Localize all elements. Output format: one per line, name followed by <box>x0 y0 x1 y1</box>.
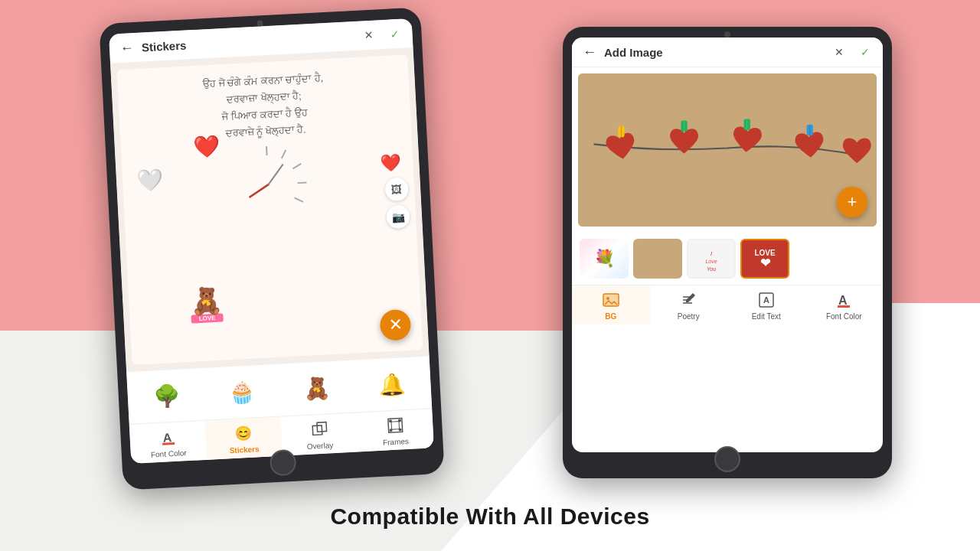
toolbar-bg[interactable]: BG <box>572 285 650 324</box>
svg-text:❤: ❤ <box>760 256 771 269</box>
svg-line-6 <box>267 165 283 184</box>
tool-icons-overlay: 🖼 📷 <box>384 178 410 229</box>
svg-line-1 <box>281 150 286 158</box>
left-close-button[interactable]: ✕ <box>360 26 377 44</box>
left-header-title: Stickers <box>142 38 187 54</box>
canvas-heart-sticker: ❤️ <box>193 133 221 160</box>
left-canvas-area: ਉਹ ਜੋ ਚੰਗੇ ਕੰਮ ਕਰਨਾ ਚਾਹੁੰਦਾ ਹੈ, ਦਰਵਾਜ਼ਾ … <box>110 48 429 371</box>
camera-tool-icon[interactable]: 📷 <box>386 205 410 230</box>
svg-text:A: A <box>162 431 172 445</box>
svg-rect-42 <box>838 305 850 308</box>
right-check-button[interactable]: ✓ <box>857 44 874 60</box>
edit-text-icon: A <box>756 290 776 310</box>
left-header-left: ← Stickers <box>118 36 186 57</box>
clock-decoration <box>220 136 317 233</box>
stickers-icon: 😊 <box>233 423 253 444</box>
svg-line-0 <box>266 146 267 155</box>
right-close-button[interactable]: ✕ <box>831 44 848 60</box>
font-color-icon: A <box>158 427 178 448</box>
thumb-text-item[interactable]: I Love You <box>687 239 736 279</box>
svg-line-3 <box>298 182 307 183</box>
svg-point-35 <box>606 297 609 300</box>
svg-rect-12 <box>391 422 400 430</box>
thumb-brown[interactable] <box>633 239 682 279</box>
svg-text:A: A <box>838 294 848 307</box>
canvas-heart-outline: 🤍 <box>136 167 164 194</box>
thumb-love-item[interactable]: LOVE ❤ <box>740 239 789 279</box>
left-canvas: ਉਹ ਜੋ ਚੰਗੇ ਕੰਮ ਕਰਨਾ ਚਾਹੁੰਦਾ ਹੈ, ਦਰਵਾਜ਼ਾ … <box>116 54 423 364</box>
thumb-flowers[interactable]: 💐 <box>580 239 629 279</box>
left-header-icons: ✕ ✓ <box>360 25 403 44</box>
sticker-cupcake[interactable]: 🧁 <box>220 371 263 413</box>
thumbnail-strip: 💐 I Love You <box>572 233 883 285</box>
svg-line-4 <box>295 197 303 203</box>
right-font-color-label: Font Color <box>826 312 862 321</box>
svg-text:You: You <box>707 266 716 272</box>
toolbar-stickers[interactable]: 😊 Stickers <box>205 417 283 460</box>
frames-label: Frames <box>383 437 409 447</box>
image-tool-icon[interactable]: 🖼 <box>384 178 409 202</box>
right-image-area: + <box>578 73 877 227</box>
sticker-bell[interactable]: 🔔 <box>371 364 413 406</box>
sticker-bear[interactable]: 🧸 <box>296 367 338 409</box>
right-header-left: ← Add Image <box>581 44 663 60</box>
frames-icon <box>384 415 405 435</box>
tagline: Compatible With All Devices <box>0 504 980 530</box>
right-tablet-frame: ← Add Image ✕ ✓ <box>563 27 892 478</box>
bg-icon <box>601 290 621 310</box>
toolbar-edit-text[interactable]: A Edit Text <box>727 285 805 324</box>
right-font-color-icon: A <box>834 290 854 310</box>
poetry-label: Poetry <box>678 312 700 321</box>
right-tablet: ← Add Image ✕ ✓ <box>563 27 892 478</box>
toolbar-poetry[interactable]: Poetry <box>650 285 728 324</box>
left-tablet-frame: ← Stickers ✕ ✓ ਉਹ ਜੋ ਚੰਗੇ ਕੰਮ ਕਰਨਾ ਚਾਹੁੰ… <box>99 7 444 490</box>
left-tablet-screen: ← Stickers ✕ ✓ ਉਹ ਜੋ ਚੰਗੇ ਕੰਮ ਕਰਨਾ ਚਾਹੁੰ… <box>109 18 434 464</box>
thumb-text-content: I Love You <box>687 239 736 279</box>
toolbar-right-font-color[interactable]: A Font Color <box>805 285 884 324</box>
left-check-button[interactable]: ✓ <box>386 25 403 43</box>
svg-text:Love: Love <box>705 259 717 264</box>
right-app-header: ← Add Image ✕ ✓ <box>572 37 883 67</box>
right-header-icons: ✕ ✓ <box>831 44 874 60</box>
svg-line-5 <box>250 184 270 197</box>
bg-label: BG <box>605 312 616 321</box>
font-color-label: Font Color <box>151 448 187 458</box>
thumb-brown-content <box>633 239 682 279</box>
left-fab-button[interactable]: ✕ <box>379 309 411 341</box>
right-fab-button[interactable]: + <box>837 187 867 217</box>
canvas-heart-red2: ❤️ <box>380 153 401 174</box>
toolbar-frames[interactable]: Frames <box>356 409 434 452</box>
svg-line-2 <box>292 164 301 169</box>
left-back-button[interactable]: ← <box>118 39 136 57</box>
right-back-button[interactable]: ← <box>581 44 598 60</box>
thumb-flowers-content: 💐 <box>580 239 629 279</box>
overlay-label: Overlay <box>307 441 334 451</box>
poetry-icon <box>678 290 698 310</box>
left-tablet: ← Stickers ✕ ✓ ਉਹ ਜੋ ਚੰਗੇ ਕੰਮ ਕਰਨਾ ਚਾਹੁੰ… <box>99 7 444 490</box>
toolbar-overlay[interactable]: Overlay <box>281 413 359 456</box>
thumb-love-content: LOVE ❤ <box>742 240 788 277</box>
edit-text-label: Edit Text <box>752 312 781 321</box>
sticker-tree[interactable]: 🌳 <box>146 375 188 417</box>
canvas-bear-sticker: 🧸 LOVE <box>189 284 224 323</box>
toolbar-font-color[interactable]: A Font Color <box>129 421 207 464</box>
svg-text:A: A <box>763 295 769 305</box>
right-bottom-toolbar: BG Poetry <box>572 285 883 324</box>
right-tablet-screen: ← Add Image ✕ ✓ <box>572 37 883 452</box>
hearts-clothesline-scene <box>578 73 877 227</box>
overlay-icon <box>309 419 329 439</box>
stickers-label: Stickers <box>229 445 259 455</box>
right-header-title: Add Image <box>604 46 663 59</box>
